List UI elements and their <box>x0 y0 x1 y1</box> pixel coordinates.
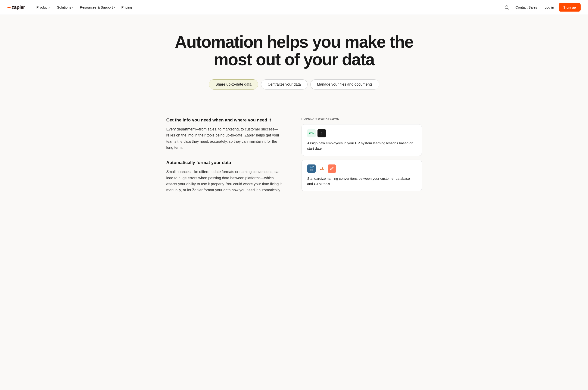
svg-point-6 <box>310 167 313 168</box>
postgres-icon <box>307 164 316 173</box>
bounce-icon <box>307 129 316 137</box>
nav-links: Product ▾ Solutions ▾ Resources & Suppor… <box>34 3 503 11</box>
hero-title: Automation helps you make the most out o… <box>174 33 414 68</box>
search-icon <box>504 5 509 10</box>
chevron-down-icon: ▾ <box>114 6 115 8</box>
workflow-desc-1: Assign new employees in your HR system l… <box>307 141 416 151</box>
litmos-icon: L <box>318 129 326 137</box>
logo-dash <box>7 7 11 8</box>
svg-point-5 <box>310 169 313 171</box>
arrows-svg <box>319 167 324 170</box>
transfer-arrow-icon <box>318 164 326 173</box>
tab-centralize-data[interactable]: Centralize your data <box>261 79 308 90</box>
hero-section: Automation helps you make the most out o… <box>0 15 588 103</box>
nav-pricing[interactable]: Pricing <box>119 3 135 11</box>
section-block-2: Automatically format your data Small nua… <box>166 160 283 193</box>
postgres-svg <box>308 165 315 172</box>
svg-point-8 <box>313 166 314 167</box>
contact-sales-link[interactable]: Contact Sales <box>513 3 540 11</box>
logo-wordmark: zapier <box>11 4 25 10</box>
workflow-card-2[interactable]: Standardize naming conventions between y… <box>302 160 422 191</box>
workflow-desc-2: Standardize naming conventions between y… <box>307 176 416 187</box>
signup-button[interactable]: Sign up <box>559 3 581 12</box>
section-heading-2: Automatically format your data <box>166 160 283 166</box>
chevron-down-icon: ▾ <box>72 6 73 8</box>
workflow-icons-1: L <box>307 129 416 137</box>
logo-icon: zapier <box>7 4 25 10</box>
nav-product[interactable]: Product ▾ <box>34 3 53 11</box>
tab-share-data[interactable]: Share up-to-date data <box>209 79 258 90</box>
bounce-svg <box>309 130 315 136</box>
main-content: Get the info you need when and where you… <box>155 103 433 216</box>
nav-resources[interactable]: Resources & Support ▾ <box>77 3 118 11</box>
chevron-down-icon: ▾ <box>49 6 51 8</box>
section-heading-1: Get the info you need when and where you… <box>166 117 283 123</box>
nav-right: Contact Sales Log in Sign up <box>503 3 581 12</box>
tab-manage-files[interactable]: Manage your files and documents <box>310 79 379 90</box>
section-body-2: Small nuances, like different date forma… <box>166 169 283 193</box>
hubspot-icon <box>328 164 336 173</box>
popular-workflows-label: POPULAR WORKFLOWS <box>302 117 422 121</box>
navigation: zapier Product ▾ Solutions ▾ Resources &… <box>0 0 588 15</box>
section-block-1: Get the info you need when and where you… <box>166 117 283 150</box>
hubspot-svg <box>329 166 334 171</box>
search-button[interactable] <box>503 3 511 12</box>
svg-line-1 <box>508 8 509 9</box>
svg-point-10 <box>332 167 333 168</box>
logo-link[interactable]: zapier <box>7 4 26 10</box>
section-body-1: Every department—from sales, to marketin… <box>166 126 283 151</box>
login-link[interactable]: Log in <box>542 3 557 11</box>
workflow-card-1[interactable]: L Assign new employees in your HR system… <box>302 124 422 156</box>
content-right: POPULAR WORKFLOWS L Assign new employees… <box>302 117 422 195</box>
nav-solutions[interactable]: Solutions ▾ <box>54 3 76 11</box>
svg-point-13 <box>331 169 332 170</box>
tabs-row: Share up-to-date data Centralize your da… <box>174 79 414 90</box>
workflow-icons-2 <box>307 164 416 173</box>
content-left: Get the info you need when and where you… <box>166 117 283 203</box>
